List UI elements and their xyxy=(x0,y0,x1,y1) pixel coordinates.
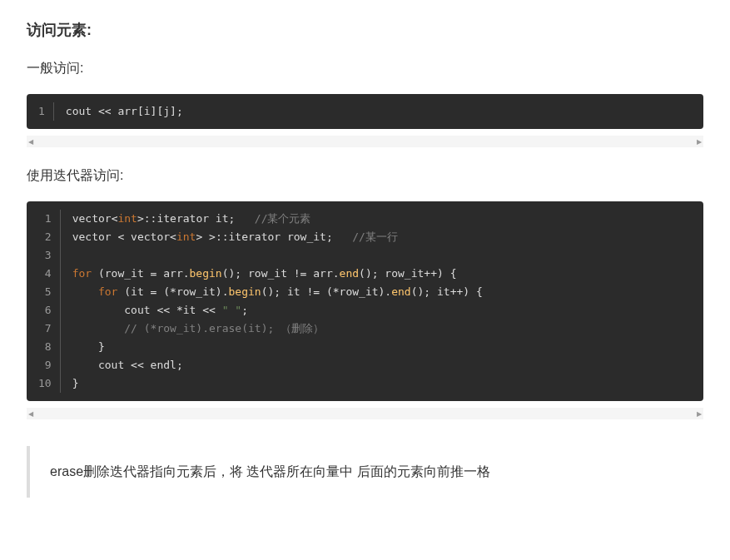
code-token: for xyxy=(98,285,117,298)
blockquote-erase-note: erase删除迭代器指向元素后，将 迭代器所在向量中 后面的元素向前推一格 xyxy=(27,446,703,498)
code-token: begin xyxy=(229,285,261,298)
code-line: cout << endl; xyxy=(72,356,692,374)
code-line: cout << *it << " "; xyxy=(72,301,692,320)
sub-title-iterator-access: 使用迭代器访问: xyxy=(27,167,703,185)
code-token: " " xyxy=(222,304,241,316)
code-token xyxy=(72,285,98,298)
code-token: > xyxy=(137,212,144,225)
code-token: << xyxy=(92,105,117,117)
code-token: ::iterator row_it; xyxy=(216,230,352,243)
code-token: //某一行 xyxy=(352,230,398,243)
line-number: 6 xyxy=(38,301,52,320)
code-block-2-wrapper: 12345678910 vector<int>::iterator it; //… xyxy=(27,201,703,401)
code-token: for xyxy=(72,267,92,280)
code-block-1-lines[interactable]: cout << arr[i][j]; xyxy=(54,102,703,121)
code-token: vector xyxy=(72,212,112,225)
code-block-1-wrapper: 1 cout << arr[i][j]; xyxy=(27,94,703,129)
line-number: 2 xyxy=(38,228,52,246)
code-token: // (*row_it).erase(it); （删除） xyxy=(124,322,324,335)
line-number: 9 xyxy=(38,356,52,374)
code-token: arr[i][j]; xyxy=(117,105,182,117)
code-block-2-scrollbar[interactable] xyxy=(27,408,703,419)
code-token: //某个元素 xyxy=(255,212,311,225)
code-token: ::iterator it; xyxy=(144,212,255,225)
line-number: 1 xyxy=(38,210,52,228)
code-token: cout xyxy=(66,105,92,117)
line-number: 7 xyxy=(38,320,52,338)
code-token: (); row_it != arr. xyxy=(222,267,340,280)
code-line: for (row_it = arr.begin(); row_it != arr… xyxy=(72,265,692,283)
section-title-access-elements: 访问元素: xyxy=(27,20,703,40)
line-number: 3 xyxy=(38,246,52,265)
code-token: cout << *it << xyxy=(72,304,222,316)
code-line: vector<int>::iterator it; //某个元素 xyxy=(72,210,692,228)
code-line: } xyxy=(72,374,692,393)
sub-title-general-access: 一般访问: xyxy=(27,60,703,77)
code-token: (); it++) { xyxy=(411,285,483,298)
code-token: ; xyxy=(241,304,248,316)
line-number: 5 xyxy=(38,283,52,301)
code-token: < xyxy=(170,230,176,243)
code-block-1[interactable]: 1 cout << arr[i][j]; xyxy=(27,94,703,129)
code-token: end xyxy=(391,285,410,298)
code-token xyxy=(72,322,125,335)
code-line: cout << arr[i][j]; xyxy=(66,102,692,121)
code-token: cout << endl; xyxy=(72,359,183,371)
code-token: (); row_it++) { xyxy=(359,267,456,280)
line-number: 1 xyxy=(38,102,45,121)
code-token: } xyxy=(72,340,105,353)
code-token: int xyxy=(117,212,137,225)
code-token: begin xyxy=(190,267,222,280)
code-token: vector xyxy=(124,230,170,243)
code-block-2-lines[interactable]: vector<int>::iterator it; //某个元素vector <… xyxy=(61,210,703,393)
code-token: (row_it = arr. xyxy=(92,267,189,280)
line-number: 10 xyxy=(38,374,52,393)
code-token xyxy=(202,230,209,243)
code-line xyxy=(72,246,692,265)
code-token: int xyxy=(176,230,196,243)
code-token: (); it != (*row_it). xyxy=(261,285,392,298)
code-line: // (*row_it).erase(it); （删除） xyxy=(72,320,692,338)
blockquote-text: erase删除迭代器指向元素后，将 迭代器所在向量中 后面的元素向前推一格 xyxy=(50,464,490,478)
code-token: (it = (*row_it). xyxy=(117,285,228,298)
code-line: } xyxy=(72,338,692,356)
code-block-1-scrollbar[interactable] xyxy=(27,136,703,147)
code-line: for (it = (*row_it).begin(); it != (*row… xyxy=(72,283,692,301)
code-line: vector < vector<int> >::iterator row_it;… xyxy=(72,228,692,246)
code-block-1-gutter: 1 xyxy=(27,102,54,121)
code-token: } xyxy=(72,377,79,389)
line-number: 8 xyxy=(38,338,52,356)
code-block-2-gutter: 12345678910 xyxy=(27,210,61,393)
code-token: end xyxy=(340,267,359,280)
code-block-2[interactable]: 12345678910 vector<int>::iterator it; //… xyxy=(27,201,703,401)
code-token: vector xyxy=(72,230,118,243)
code-token: > xyxy=(209,230,216,243)
line-number: 4 xyxy=(38,265,52,283)
